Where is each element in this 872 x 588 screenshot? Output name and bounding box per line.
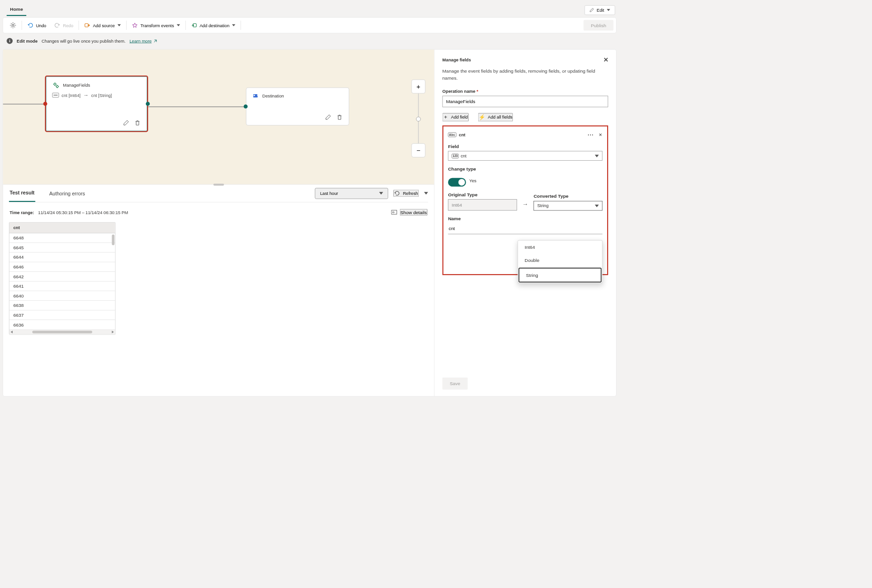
external-link-icon — [153, 38, 158, 43]
plus-icon: ＋ — [443, 114, 448, 121]
add-destination-button[interactable]: Add destination — [187, 20, 240, 30]
settings-button[interactable] — [6, 20, 20, 31]
pencil-icon[interactable] — [325, 114, 331, 120]
node-title: ManageFields — [63, 82, 90, 88]
table-row[interactable]: 6641 — [9, 282, 115, 291]
add-all-fields-button[interactable]: ⚡ Add all fields — [478, 113, 513, 122]
separator — [185, 21, 186, 30]
scroll-left-arrow-icon[interactable] — [11, 331, 13, 334]
operation-name-input[interactable] — [443, 96, 609, 107]
time-range-value: 11/14/24 05:30:15 PM – 11/14/24 06:30:15… — [38, 210, 128, 215]
bolt-icon: ⚡ — [479, 114, 485, 120]
edit-button[interactable]: Edit — [584, 5, 615, 15]
add-source-button[interactable]: Add source — [80, 20, 125, 30]
converted-type-value: String — [537, 203, 549, 208]
scroll-right-arrow-icon[interactable] — [112, 331, 114, 334]
undo-label: Undo — [36, 23, 46, 28]
field-select[interactable]: 123 cnt — [448, 151, 602, 161]
info-icon: i — [7, 38, 13, 44]
grid-column-header[interactable]: cnt — [9, 223, 115, 233]
input-port[interactable] — [43, 102, 47, 106]
svg-point-3 — [54, 83, 56, 85]
dropdown-option-int64[interactable]: Int64 — [518, 240, 602, 253]
table-row[interactable]: 6646 — [9, 262, 115, 272]
edit-button-label: Edit — [597, 7, 604, 13]
redo-icon — [54, 22, 60, 29]
chevron-down-icon — [595, 204, 599, 207]
close-icon[interactable]: ✕ — [599, 132, 602, 137]
canvas[interactable]: ManageFields cnt [Int64] → cnt [String] — [3, 50, 434, 185]
converted-type-select[interactable]: String — [534, 201, 602, 211]
add-source-label: Add source — [93, 23, 115, 28]
show-details-button[interactable]: Show details — [399, 209, 427, 216]
tab-authoring-errors[interactable]: Authoring errors — [48, 185, 85, 201]
chevron-down-icon — [177, 24, 180, 26]
trash-icon[interactable] — [336, 114, 343, 120]
separator — [126, 21, 127, 30]
gear-icon — [10, 22, 16, 29]
refresh-label: Refresh — [403, 191, 418, 196]
table-row[interactable]: 6642 — [9, 272, 115, 282]
redo-button: Redo — [50, 20, 77, 30]
panel-title-row: Manage fields ✕ — [443, 56, 609, 64]
tab-home[interactable]: Home — [7, 4, 26, 16]
publish-button: Publish — [584, 20, 614, 31]
tab-test-result[interactable]: Test result — [9, 185, 35, 202]
field-header: Abc cnt ⋯ ✕ — [448, 131, 602, 139]
dropdown-option-double[interactable]: Double — [518, 254, 602, 267]
zoom-out-button[interactable]: − — [412, 143, 426, 157]
edge — [3, 104, 45, 104]
change-type-toggle[interactable] — [448, 178, 466, 186]
vertical-scrollbar[interactable] — [112, 235, 115, 246]
transform-events-button[interactable]: Transform events — [128, 20, 184, 30]
destination-node[interactable]: Destination — [246, 88, 349, 126]
trash-icon[interactable] — [134, 119, 141, 126]
original-type-label: Original Type — [448, 192, 517, 197]
time-range-row: Time range: 11/14/24 05:30:15 PM – 11/14… — [9, 202, 428, 223]
manage-fields-node[interactable]: ManageFields cnt [Int64] → cnt [String] — [45, 75, 148, 132]
scrollbar-thumb[interactable] — [32, 331, 92, 334]
resize-handle[interactable] — [213, 184, 224, 186]
zoom-slider[interactable] — [418, 94, 419, 143]
more-icon[interactable]: ⋯ — [587, 131, 594, 139]
table-row[interactable]: 6636 — [9, 320, 115, 330]
input-port[interactable] — [244, 104, 248, 109]
show-details-icon — [391, 210, 397, 215]
table-row[interactable]: 6645 — [9, 243, 115, 253]
undo-button[interactable]: Undo — [23, 20, 51, 30]
add-all-label: Add all fields — [488, 115, 512, 120]
zoom-in-button[interactable]: + — [412, 80, 426, 94]
table-row[interactable]: 6644 — [9, 253, 115, 262]
pencil-icon[interactable] — [123, 119, 129, 126]
table-row[interactable]: 6640 — [9, 291, 115, 301]
abc-chip-icon: Abc — [448, 133, 456, 137]
chevron-down-icon[interactable] — [424, 192, 428, 195]
table-row[interactable]: 6638 — [9, 301, 115, 311]
output-port[interactable] — [146, 102, 150, 106]
field-label: Field — [448, 144, 602, 149]
refresh-button[interactable]: Refresh — [394, 190, 419, 197]
time-range-dropdown[interactable]: Last hour — [315, 188, 388, 199]
name-input[interactable] — [448, 223, 602, 234]
close-icon[interactable]: ✕ — [603, 56, 609, 64]
redo-label: Redo — [63, 23, 73, 28]
manage-fields-icon — [52, 82, 60, 89]
table-row[interactable]: 6637 — [9, 310, 115, 320]
table-row[interactable]: 6648 — [9, 233, 115, 243]
chevron-down-icon — [379, 192, 383, 195]
add-source-icon — [84, 22, 90, 29]
add-field-button[interactable]: ＋ Add field — [443, 113, 469, 122]
zoom-thumb[interactable] — [416, 117, 421, 121]
lower-tabs: Test result Authoring errors Last hour R… — [9, 185, 428, 202]
dropdown-option-string[interactable]: String — [519, 268, 601, 283]
chevron-down-icon — [595, 155, 599, 157]
field-editor-highlighted: Abc cnt ⋯ ✕ Field 123 cnt Change type — [443, 126, 609, 275]
separator — [241, 21, 241, 30]
horizontal-scrollbar[interactable] — [9, 330, 115, 335]
node-title: Destination — [262, 93, 284, 98]
learn-more-link[interactable]: Learn more — [129, 38, 158, 44]
save-button: Save — [443, 378, 468, 390]
main: ManageFields cnt [Int64] → cnt [String] — [3, 49, 616, 396]
operation-name-label: Operation name * — [443, 89, 609, 94]
result-grid: cnt 664866456644664666426641664066386637… — [9, 222, 115, 335]
